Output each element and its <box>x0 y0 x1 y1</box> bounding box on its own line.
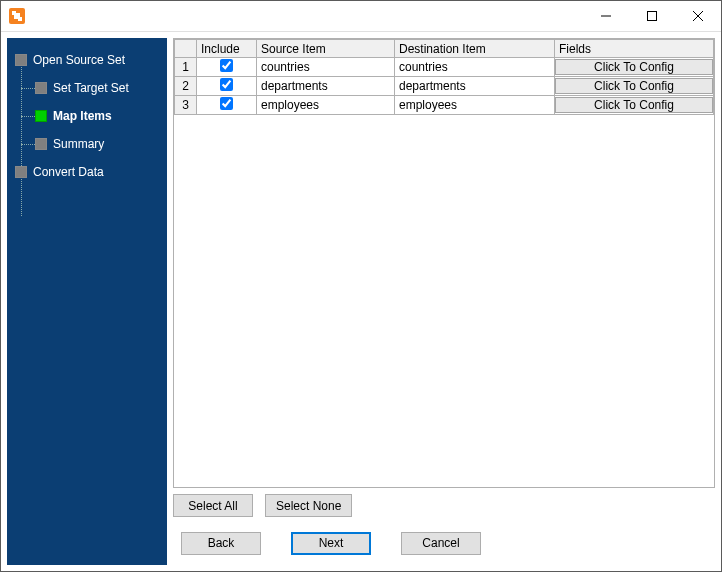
config-fields-button[interactable]: Click To Config <box>555 97 713 113</box>
back-button[interactable]: Back <box>181 532 261 555</box>
next-button[interactable]: Next <box>291 532 371 555</box>
selection-button-row: Select All Select None <box>173 488 715 521</box>
mapping-grid: Include Source Item Destination Item Fie… <box>174 39 714 115</box>
sidebar-item-label: Open Source Set <box>33 53 125 67</box>
app-icon <box>9 8 25 24</box>
main-panel: Include Source Item Destination Item Fie… <box>173 38 715 565</box>
sidebar-item-map-items[interactable]: Map Items <box>11 102 163 130</box>
tree-node-icon <box>15 54 27 66</box>
mapping-grid-container: Include Source Item Destination Item Fie… <box>173 38 715 488</box>
app-window: Open Source Set Set Target Set Map Items… <box>0 0 722 572</box>
destination-item-cell[interactable]: departments <box>395 77 555 96</box>
close-icon <box>693 11 703 21</box>
grid-header-destination[interactable]: Destination Item <box>395 40 555 58</box>
row-number[interactable]: 3 <box>175 96 197 115</box>
table-row[interactable]: 3employeesemployeesClick To Config <box>175 96 714 115</box>
include-cell <box>197 58 257 77</box>
fields-cell: Click To Config <box>555 58 714 77</box>
sidebar-item-label: Convert Data <box>33 165 104 179</box>
grid-header-row: Include Source Item Destination Item Fie… <box>175 40 714 58</box>
fields-cell: Click To Config <box>555 96 714 115</box>
tree-node-icon <box>35 110 47 122</box>
sidebar-item-convert-data[interactable]: Convert Data <box>11 158 163 186</box>
cancel-button[interactable]: Cancel <box>401 532 481 555</box>
row-number[interactable]: 2 <box>175 77 197 96</box>
tree-node-icon <box>15 166 27 178</box>
maximize-icon <box>647 11 657 21</box>
minimize-icon <box>601 11 611 21</box>
config-fields-button[interactable]: Click To Config <box>555 59 713 75</box>
grid-header-corner <box>175 40 197 58</box>
include-checkbox[interactable] <box>220 78 233 91</box>
table-row[interactable]: 2departmentsdepartmentsClick To Config <box>175 77 714 96</box>
source-item-cell[interactable]: departments <box>257 77 395 96</box>
select-none-button[interactable]: Select None <box>265 494 352 517</box>
config-fields-button[interactable]: Click To Config <box>555 78 713 94</box>
fields-cell: Click To Config <box>555 77 714 96</box>
wizard-tree: Open Source Set Set Target Set Map Items… <box>11 46 163 186</box>
titlebar <box>1 1 721 32</box>
wizard-sidebar: Open Source Set Set Target Set Map Items… <box>7 38 167 565</box>
include-checkbox[interactable] <box>220 97 233 110</box>
source-item-cell[interactable]: employees <box>257 96 395 115</box>
sidebar-item-label: Summary <box>53 137 104 151</box>
sidebar-item-open-source-set[interactable]: Open Source Set <box>11 46 163 74</box>
table-row[interactable]: 1countriescountriesClick To Config <box>175 58 714 77</box>
close-button[interactable] <box>675 1 721 31</box>
row-number[interactable]: 1 <box>175 58 197 77</box>
grid-header-include[interactable]: Include <box>197 40 257 58</box>
sidebar-item-set-target-set[interactable]: Set Target Set <box>11 74 163 102</box>
destination-item-cell[interactable]: countries <box>395 58 555 77</box>
include-cell <box>197 96 257 115</box>
minimize-button[interactable] <box>583 1 629 31</box>
include-checkbox[interactable] <box>220 59 233 72</box>
include-cell <box>197 77 257 96</box>
grid-header-fields[interactable]: Fields <box>555 40 714 58</box>
maximize-button[interactable] <box>629 1 675 31</box>
tree-node-icon <box>35 138 47 150</box>
sidebar-item-label: Set Target Set <box>53 81 129 95</box>
tree-node-icon <box>35 82 47 94</box>
source-item-cell[interactable]: countries <box>257 58 395 77</box>
destination-item-cell[interactable]: employees <box>395 96 555 115</box>
sidebar-item-summary[interactable]: Summary <box>11 130 163 158</box>
sidebar-item-label: Map Items <box>53 109 112 123</box>
wizard-nav-row: Back Next Cancel <box>173 521 715 565</box>
svg-rect-1 <box>648 12 657 21</box>
grid-header-source[interactable]: Source Item <box>257 40 395 58</box>
select-all-button[interactable]: Select All <box>173 494 253 517</box>
